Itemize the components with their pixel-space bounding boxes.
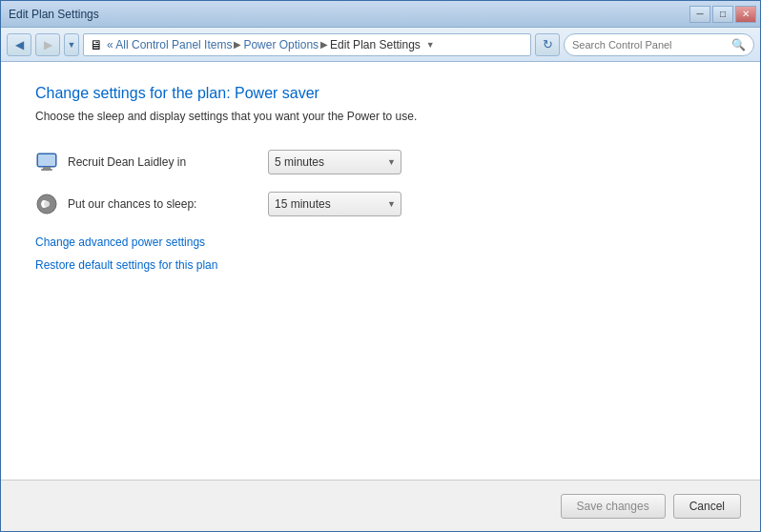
svg-rect-1 xyxy=(43,167,51,169)
breadcrumb-sep-1: ▶ xyxy=(234,39,241,50)
search-icon[interactable]: 🔍 xyxy=(731,38,746,51)
restore-defaults-link[interactable]: Restore default settings for this plan xyxy=(35,258,726,272)
page-title: Change settings for the plan: Power save… xyxy=(35,85,726,102)
sleep-time-select[interactable]: 1 minute 2 minutes 3 minutes 5 minutes 1… xyxy=(268,192,401,216)
display-setting-label: Recruit Dean Laidley in xyxy=(68,155,258,169)
display-select-wrapper: 1 minute 2 minutes 3 minutes 5 minutes 1… xyxy=(268,150,401,174)
window-title: Edit Plan Settings xyxy=(9,8,99,21)
title-bar-left: Edit Plan Settings xyxy=(9,8,99,21)
back-button[interactable]: ◀ xyxy=(7,33,31,56)
close-button[interactable]: ✕ xyxy=(735,6,756,23)
breadcrumb-bar: 🖥 « All Control Panel Items ▶ Power Opti… xyxy=(83,33,531,56)
sleep-icon xyxy=(35,193,58,215)
minimize-button[interactable]: ─ xyxy=(689,6,710,23)
sleep-select-wrapper: 1 minute 2 minutes 3 minutes 5 minutes 1… xyxy=(268,192,401,216)
breadcrumb-editplan: Edit Plan Settings xyxy=(330,38,421,51)
maximize-button[interactable]: □ xyxy=(712,6,733,23)
bottom-bar: Save changes Cancel xyxy=(1,480,760,531)
svg-rect-3 xyxy=(38,154,55,166)
title-controls: ─ □ ✕ xyxy=(689,6,756,23)
forward-button[interactable]: ▶ xyxy=(35,33,60,56)
breadcrumb-sep-2: ▶ xyxy=(320,39,328,50)
sleep-setting-label: Put our chances to sleep: xyxy=(68,197,258,211)
main-window: Edit Plan Settings ─ □ ✕ ◀ ▶ ▼ 🖥 « All C… xyxy=(0,0,761,532)
search-input[interactable] xyxy=(572,39,728,51)
display-time-select[interactable]: 1 minute 2 minutes 3 minutes 5 minutes 1… xyxy=(268,150,401,174)
nav-dropdown-button[interactable]: ▼ xyxy=(64,33,79,56)
refresh-button[interactable]: ↻ xyxy=(535,33,560,56)
advanced-settings-link[interactable]: Change advanced power settings xyxy=(35,235,726,249)
display-setting-row: Recruit Dean Laidley in 1 minute 2 minut… xyxy=(35,150,726,174)
controlpanel-icon: 🖥 xyxy=(90,37,103,52)
address-bar: ◀ ▶ ▼ 🖥 « All Control Panel Items ▶ Powe… xyxy=(1,28,760,62)
save-changes-button[interactable]: Save changes xyxy=(561,494,666,519)
title-bar: Edit Plan Settings ─ □ ✕ xyxy=(1,1,760,28)
breadcrumb-poweroptions[interactable]: Power Options xyxy=(243,38,319,51)
search-box: 🔍 xyxy=(564,33,754,56)
main-content: Change settings for the plan: Power save… xyxy=(1,62,760,531)
cancel-button[interactable]: Cancel xyxy=(673,494,741,519)
links-section: Change advanced power settings Restore d… xyxy=(35,235,726,272)
breadcrumb-dropdown-arrow[interactable]: ▼ xyxy=(426,40,435,50)
breadcrumb-allcontrolpanel[interactable]: « All Control Panel Items xyxy=(107,38,232,51)
svg-point-5 xyxy=(44,201,50,207)
sleep-setting-row: Put our chances to sleep: 1 minute 2 min… xyxy=(35,192,726,216)
content-area: Change settings for the plan: Power save… xyxy=(1,62,760,480)
svg-rect-2 xyxy=(41,169,52,171)
display-icon xyxy=(35,151,58,174)
page-subtitle: Choose the sleep and display settings th… xyxy=(35,110,726,123)
